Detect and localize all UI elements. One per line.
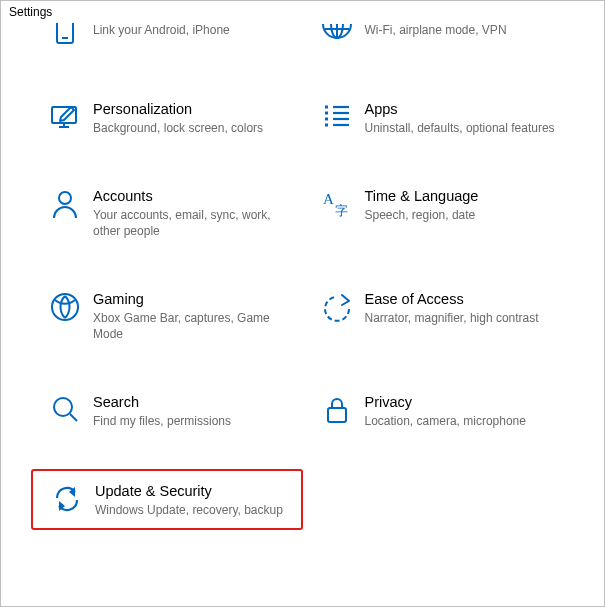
svg-point-19 — [54, 398, 72, 416]
tile-label: Gaming — [93, 289, 287, 309]
tile-label: Ease of Access — [365, 289, 559, 309]
tile-desc: Find my files, permissions — [93, 413, 287, 429]
search-icon — [37, 392, 93, 424]
time-language-icon: A 字 — [309, 186, 365, 220]
tile-phone[interactable]: Link your Android, iPhone — [31, 11, 303, 59]
settings-grid: Link your Android, iPhone Wi-Fi, airplan… — [1, 11, 604, 606]
tile-accounts[interactable]: Accounts Your accounts, email, sync, wor… — [31, 176, 303, 249]
phone-icon — [37, 21, 93, 49]
tile-desc: Wi-Fi, airplane mode, VPN — [365, 22, 559, 38]
svg-rect-13 — [325, 118, 328, 121]
tile-desc: Link your Android, iPhone — [93, 22, 287, 38]
personalization-icon — [37, 99, 93, 133]
gaming-icon — [37, 289, 93, 323]
svg-point-15 — [59, 192, 71, 204]
svg-rect-14 — [325, 124, 328, 127]
tile-desc: Uninstall, defaults, optional features — [365, 120, 559, 136]
tile-label: Privacy — [365, 392, 559, 412]
globe-icon — [309, 21, 365, 49]
update-security-icon — [39, 481, 95, 515]
tile-desc: Narrator, magnifier, high contrast — [365, 310, 559, 326]
tile-gaming[interactable]: Gaming Xbox Game Bar, captures, Game Mod… — [31, 279, 303, 352]
svg-text:A: A — [323, 191, 334, 207]
svg-text:字: 字 — [335, 203, 348, 218]
ease-of-access-icon — [309, 289, 365, 323]
svg-rect-0 — [57, 23, 73, 43]
apps-icon — [309, 99, 365, 131]
tile-desc: Location, camera, microphone — [365, 413, 559, 429]
tile-label: Accounts — [93, 186, 287, 206]
svg-point-18 — [52, 294, 78, 320]
tile-update-security[interactable]: Update & Security Windows Update, recove… — [31, 469, 303, 530]
tile-time-language[interactable]: A 字 Time & Language Speech, region, date — [303, 176, 575, 249]
privacy-icon — [309, 392, 365, 426]
tile-label: Update & Security — [95, 481, 285, 501]
tile-ease-of-access[interactable]: Ease of Access Narrator, magnifier, high… — [303, 279, 575, 352]
tile-search[interactable]: Search Find my files, permissions — [31, 382, 303, 439]
tile-desc: Windows Update, recovery, backup — [95, 502, 285, 518]
tile-apps[interactable]: Apps Uninstall, defaults, optional featu… — [303, 89, 575, 146]
tile-privacy[interactable]: Privacy Location, camera, microphone — [303, 382, 575, 439]
tile-desc: Xbox Game Bar, captures, Game Mode — [93, 310, 287, 342]
tile-desc: Your accounts, email, sync, work, other … — [93, 207, 287, 239]
tile-desc: Background, lock screen, colors — [93, 120, 287, 136]
svg-rect-11 — [325, 106, 328, 109]
tile-desc: Speech, region, date — [365, 207, 559, 223]
tile-label: Apps — [365, 99, 559, 119]
accounts-icon — [37, 186, 93, 220]
settings-window: Settings Link your Android, iPhone — [0, 0, 605, 607]
tile-label: Time & Language — [365, 186, 559, 206]
svg-rect-1 — [62, 37, 68, 39]
svg-line-20 — [70, 414, 77, 421]
svg-rect-12 — [325, 112, 328, 115]
svg-rect-21 — [328, 408, 346, 422]
tile-personalization[interactable]: Personalization Background, lock screen,… — [31, 89, 303, 146]
tile-label: Search — [93, 392, 287, 412]
tile-network[interactable]: Wi-Fi, airplane mode, VPN — [303, 11, 575, 59]
tile-label: Personalization — [93, 99, 287, 119]
